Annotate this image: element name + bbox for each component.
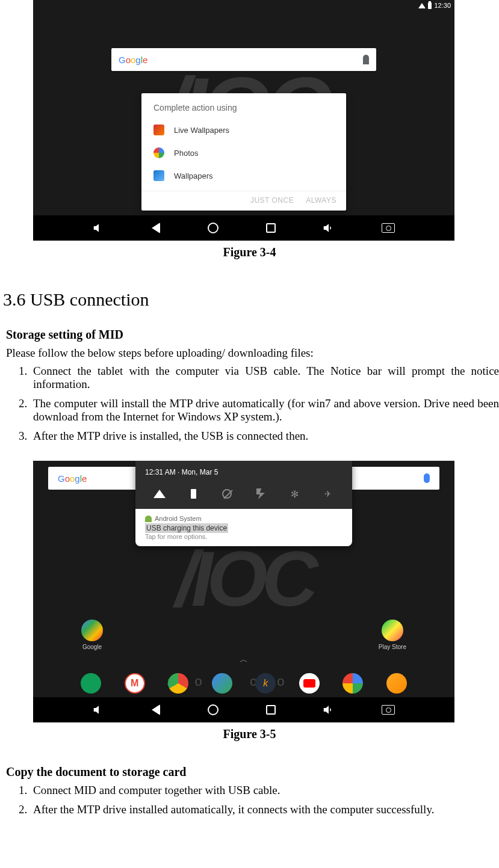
option-label: Live Wallpapers: [174, 126, 229, 135]
recent-button[interactable]: [266, 705, 276, 715]
svg-marker-3: [324, 707, 328, 713]
hangouts-icon[interactable]: [81, 673, 101, 694]
usb-notification[interactable]: Android System USB charging this device …: [135, 509, 352, 546]
figure-3-4-screenshot: 12:30 /IOC Google Complete action using …: [33, 0, 454, 241]
dnd-toggle[interactable]: [219, 486, 235, 502]
svg-marker-2: [94, 707, 98, 713]
mic-icon[interactable]: [363, 55, 369, 64]
android-icon: [145, 516, 152, 522]
airplane-toggle[interactable]: [320, 486, 336, 502]
volume-up-icon[interactable]: [323, 223, 334, 233]
volume-down-icon[interactable]: [93, 704, 104, 715]
camera-icon[interactable]: [386, 673, 407, 694]
live-wallpapers-icon: [153, 125, 164, 135]
screenshot-icon[interactable]: [382, 705, 395, 715]
figure-3-4-caption: Figure 3-4: [0, 245, 499, 259]
dialog-option-wallpapers[interactable]: Wallpapers: [141, 164, 346, 187]
photos-icon[interactable]: [342, 673, 363, 694]
notification-title: USB charging this device: [145, 523, 228, 533]
kindle-icon[interactable]: [255, 673, 276, 694]
list-item: After the MTP drive installed automatica…: [30, 803, 499, 816]
dialog-title: Complete action using: [141, 93, 346, 119]
volume-down-icon[interactable]: [93, 223, 104, 233]
back-button[interactable]: [152, 223, 160, 233]
notification-app-name: Android System: [145, 515, 342, 522]
notification-panel: 12:31 AM · Mon, Mar 5 Android System USB…: [135, 461, 352, 546]
recent-button[interactable]: [266, 223, 276, 233]
status-bar: 12:30: [418, 0, 454, 11]
home-app-row: Google Play Store: [33, 620, 454, 650]
always-button[interactable]: ALWAYS: [306, 196, 336, 205]
subsection-storage-title: Storage setting of MID: [6, 328, 499, 342]
svg-marker-1: [324, 225, 328, 232]
google-logo: Google: [58, 473, 87, 484]
list-item: Connect the tablet with the computer via…: [30, 365, 499, 391]
youtube-icon[interactable]: [299, 673, 320, 694]
svg-marker-0: [94, 225, 98, 232]
dock-row: [33, 673, 454, 694]
dialog-button-row: JUST ONCE ALWAYS: [141, 191, 346, 211]
figure-3-5-screenshot: Google /IOC 12:31 AM · Mon, Mar 5 Androi…: [33, 461, 454, 722]
section-heading: 3.6 USB connection: [3, 289, 499, 310]
google-folder[interactable]: Google: [81, 620, 103, 650]
home-button[interactable]: [208, 704, 219, 715]
google-folder-icon: [81, 620, 103, 641]
dialog-option-live-wallpapers[interactable]: Live Wallpapers: [141, 119, 346, 141]
battery-icon: [428, 2, 432, 9]
subsection-intro: Please follow the below steps before upl…: [6, 346, 499, 360]
google-logo: Google: [119, 55, 147, 65]
wifi-toggle[interactable]: [152, 486, 167, 502]
volume-up-icon[interactable]: [323, 704, 334, 715]
copy-steps-list: Connect MID and computer together with U…: [6, 784, 499, 816]
list-item: After the MTP drive is installed, the US…: [30, 429, 499, 443]
notification-subtitle: Tap for more options.: [145, 533, 342, 540]
maps-icon[interactable]: [212, 673, 232, 694]
complete-action-dialog: Complete action using Live Wallpapers Ph…: [141, 93, 346, 211]
navigation-bar: [33, 697, 454, 722]
just-once-button[interactable]: JUST ONCE: [250, 196, 294, 205]
figure-3-5-caption: Figure 3-5: [0, 727, 499, 741]
app-label: Play Store: [379, 644, 406, 650]
list-item: The computer will install the MTP drive …: [30, 397, 499, 423]
flashlight-toggle[interactable]: [253, 486, 268, 502]
home-button[interactable]: [208, 223, 219, 233]
wifi-icon: [418, 3, 426, 8]
app-label: Google: [82, 644, 102, 650]
notification-datetime: 12:31 AM · Mon, Mar 5: [135, 461, 352, 481]
play-store-app[interactable]: Play Store: [379, 620, 406, 650]
dialog-option-photos[interactable]: Photos: [141, 141, 346, 164]
option-label: Wallpapers: [174, 171, 213, 180]
storage-steps-list: Connect the tablet with the computer via…: [6, 365, 499, 443]
list-item: Connect MID and computer together with U…: [30, 784, 499, 797]
google-search-bar[interactable]: Google: [111, 48, 376, 71]
mic-icon[interactable]: [424, 473, 430, 483]
navigation-bar: [33, 215, 454, 241]
chrome-icon[interactable]: [168, 673, 188, 694]
battery-toggle[interactable]: [185, 486, 201, 502]
subsection-copy-title: Copy the document to storage card: [6, 765, 499, 779]
gmail-icon[interactable]: [125, 673, 145, 694]
option-label: Photos: [174, 149, 198, 158]
quick-settings-row: [135, 481, 352, 509]
play-store-icon: [382, 620, 403, 641]
back-button[interactable]: [152, 704, 160, 715]
photos-icon: [153, 147, 164, 158]
aoc-wallpaper: /IOC: [175, 534, 312, 624]
wallpapers-icon: [153, 170, 164, 181]
screenshot-icon[interactable]: [382, 223, 395, 233]
bluetooth-toggle[interactable]: [287, 486, 302, 502]
app-drawer-handle[interactable]: ︿: [240, 654, 248, 665]
status-time: 12:30: [434, 2, 451, 9]
